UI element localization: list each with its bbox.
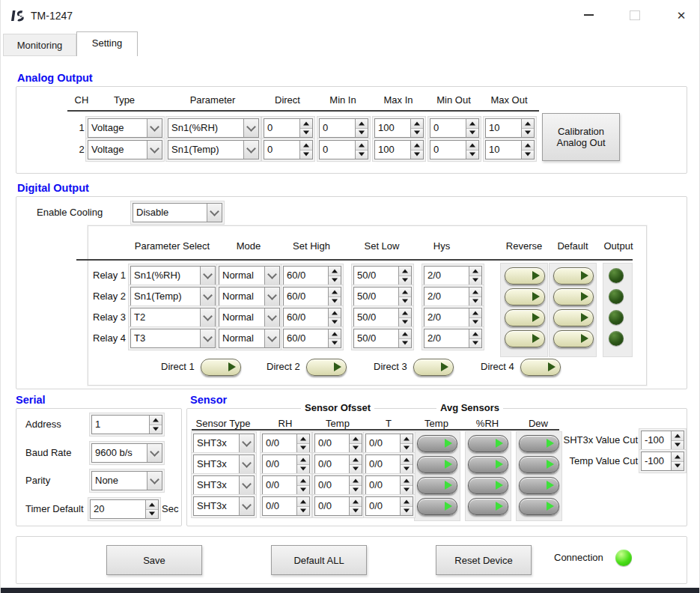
avg-temp-toggle[interactable] [417, 498, 457, 515]
down-arrow-icon[interactable] [329, 338, 341, 348]
up-arrow-icon[interactable] [522, 119, 534, 128]
set-low-spinner[interactable]: 50/0 [353, 329, 412, 348]
down-arrow-icon[interactable] [469, 338, 481, 348]
spinner-arrows[interactable] [145, 500, 158, 518]
up-arrow-icon[interactable] [399, 267, 411, 276]
chevron-down-icon[interactable] [200, 329, 215, 347]
min-out-spinner[interactable]: 0 [430, 140, 479, 159]
mode-combo[interactable]: Normal [219, 266, 280, 285]
up-arrow-icon[interactable] [672, 431, 684, 440]
down-arrow-icon[interactable] [401, 485, 413, 495]
hys-spinner[interactable]: 2/0 [424, 308, 482, 327]
spinner-arrows[interactable] [355, 119, 368, 137]
direct4-toggle[interactable] [520, 359, 561, 376]
avg-dew-toggle[interactable] [519, 477, 559, 494]
spinner-arrows[interactable] [355, 141, 368, 159]
set-high-spinner[interactable]: 60/0 [283, 266, 341, 285]
up-arrow-icon[interactable] [469, 329, 481, 338]
t-offset-spinner[interactable]: 0/0 [365, 475, 413, 495]
spinner-arrows[interactable] [521, 141, 534, 159]
up-arrow-icon[interactable] [469, 288, 481, 296]
up-arrow-icon[interactable] [297, 476, 309, 485]
direct1-toggle[interactable] [201, 359, 241, 376]
rh-offset-spinner[interactable]: 0/0 [262, 475, 310, 495]
max-in-spinner[interactable]: 100 [374, 118, 424, 138]
chevron-down-icon[interactable] [264, 308, 279, 326]
chevron-down-icon[interactable] [200, 308, 215, 326]
avg-dew-toggle[interactable] [519, 498, 559, 515]
chevron-down-icon[interactable] [147, 444, 162, 462]
parameter-select-combo[interactable]: Sn1(%RH) [130, 266, 216, 285]
parity-combo[interactable]: None [91, 471, 162, 490]
spinner-arrows[interactable] [296, 476, 309, 494]
set-high-spinner[interactable]: 60/0 [283, 308, 341, 327]
spinner-arrows[interactable] [398, 288, 411, 305]
calibration-analog-out-button[interactable]: Calibration Analog Out [542, 113, 620, 161]
up-arrow-icon[interactable] [401, 476, 413, 485]
t-offset-spinner[interactable]: 0/0 [365, 496, 413, 516]
max-out-spinner[interactable]: 10 [485, 118, 535, 138]
avg-rh-toggle[interactable] [468, 477, 508, 494]
tab-monitoring[interactable]: Monitoring [3, 34, 76, 56]
down-arrow-icon[interactable] [469, 317, 481, 327]
up-arrow-icon[interactable] [356, 141, 368, 150]
spinner-arrows[interactable] [398, 329, 411, 347]
down-arrow-icon[interactable] [522, 150, 534, 159]
max-in-spinner[interactable]: 100 [374, 140, 424, 159]
down-arrow-icon[interactable] [469, 276, 481, 285]
down-arrow-icon[interactable] [150, 425, 162, 434]
parameter-select-combo[interactable]: Sn1(Temp) [130, 287, 216, 306]
default-toggle[interactable] [553, 330, 594, 347]
up-arrow-icon[interactable] [411, 141, 423, 150]
sht3x-value-cut-spinner[interactable]: -100 [641, 431, 684, 450]
mode-combo[interactable]: Normal [219, 308, 280, 327]
direct2-toggle[interactable] [306, 359, 347, 376]
baud-rate-combo[interactable]: 9600 b/s [91, 443, 162, 463]
address-spinner[interactable]: 1 [91, 415, 162, 434]
set-low-spinner[interactable]: 50/0 [353, 308, 412, 327]
mode-combo[interactable]: Normal [219, 287, 280, 306]
save-button[interactable]: Save [106, 545, 202, 575]
spinner-arrows[interactable] [149, 416, 162, 434]
sensor-type-combo[interactable]: SHT3x [193, 496, 255, 516]
down-arrow-icon[interactable] [399, 317, 411, 327]
up-arrow-icon[interactable] [329, 267, 341, 276]
min-in-spinner[interactable]: 0 [319, 140, 368, 159]
chevron-down-icon[interactable] [147, 472, 162, 490]
down-arrow-icon[interactable] [329, 317, 341, 327]
parameter-select-combo[interactable]: T2 [130, 308, 216, 327]
down-arrow-icon[interactable] [466, 150, 478, 159]
default-toggle[interactable] [553, 288, 594, 305]
parameter-select-combo[interactable]: T3 [130, 329, 216, 348]
spinner-arrows[interactable] [469, 288, 481, 305]
spinner-arrows[interactable] [349, 497, 362, 515]
spinner-arrows[interactable] [328, 308, 341, 326]
down-arrow-icon[interactable] [401, 506, 413, 516]
up-arrow-icon[interactable] [401, 497, 413, 506]
down-arrow-icon[interactable] [297, 485, 309, 495]
reverse-toggle[interactable] [505, 288, 545, 305]
spinner-arrows[interactable] [296, 497, 309, 515]
set-low-spinner[interactable]: 50/0 [353, 287, 412, 306]
up-arrow-icon[interactable] [399, 329, 411, 338]
tab-setting[interactable]: Setting [76, 31, 138, 56]
down-arrow-icon[interactable] [350, 485, 362, 495]
up-arrow-icon[interactable] [329, 288, 341, 296]
up-arrow-icon[interactable] [329, 308, 341, 317]
set-low-spinner[interactable]: 50/0 [353, 266, 412, 285]
down-arrow-icon[interactable] [672, 440, 684, 450]
spinner-arrows[interactable] [328, 288, 341, 305]
spinner-arrows[interactable] [400, 476, 413, 494]
up-arrow-icon[interactable] [297, 497, 309, 506]
close-button[interactable]: ✕ [664, 0, 699, 30]
minimize-button[interactable] [571, 0, 606, 30]
chevron-down-icon[interactable] [239, 497, 254, 515]
spinner-arrows[interactable] [410, 119, 423, 137]
chevron-down-icon[interactable] [264, 267, 279, 285]
down-arrow-icon[interactable] [399, 276, 411, 285]
default-toggle[interactable] [553, 267, 594, 285]
timer-default-spinner[interactable]: 20 [90, 499, 159, 519]
temp-value-cut-spinner[interactable]: -100 [641, 451, 684, 471]
up-arrow-icon[interactable] [146, 500, 158, 509]
down-arrow-icon[interactable] [300, 150, 312, 159]
